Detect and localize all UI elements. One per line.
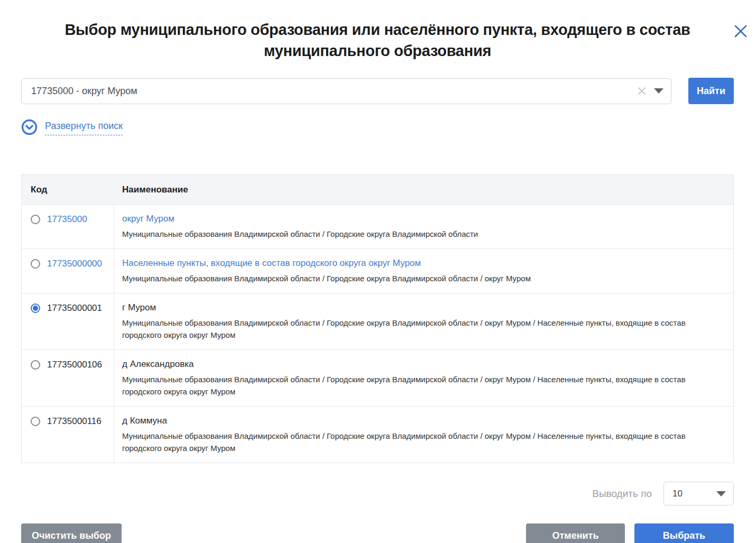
select-caret-icon (716, 491, 726, 496)
page-size-value: 10 (672, 489, 683, 499)
column-header-name: Наименование (114, 185, 188, 195)
name-cell: Населенные пункты, входящие в состав гор… (114, 249, 733, 293)
municipality-combobox[interactable] (21, 78, 671, 104)
hierarchy-path: Муниципальные образования Владимирской о… (122, 373, 686, 398)
page-size-select[interactable]: 10 (663, 482, 734, 505)
table-row: 17735000116 д Коммуна Муниципальные обра… (22, 407, 733, 463)
close-icon[interactable] (732, 22, 750, 40)
hierarchy-path: Муниципальные образования Владимирской о… (122, 228, 686, 240)
cancel-button[interactable]: Отменить (526, 523, 625, 543)
code-text: 17735000001 (47, 303, 102, 314)
dialog-footer: Очистить выбор Отменить Выбрать (21, 523, 734, 543)
name-cell: г Муром Муниципальные образования Владим… (114, 293, 733, 349)
dropdown-caret-icon[interactable] (654, 88, 663, 94)
municipality-selection-dialog: Выбор муниципального образования или нас… (0, 19, 756, 543)
code-text: 17735000116 (47, 416, 102, 427)
name-link[interactable]: округ Муром (122, 213, 686, 224)
name-link[interactable]: Населенные пункты, входящие в состав гор… (122, 257, 686, 269)
table-header: Код Наименование (22, 175, 733, 205)
code-cell: 17735000001 (22, 293, 114, 349)
chevron-down-circle-icon[interactable] (21, 119, 38, 135)
pagination-bar: Выводить по 10 (21, 482, 734, 505)
name-cell: округ Муром Муниципальные образования Вл… (114, 205, 733, 249)
name-text: д Коммуна (122, 415, 686, 426)
radio-button[interactable] (31, 259, 40, 269)
results-table: Код Наименование 17735000 округ Муром Му… (21, 174, 734, 463)
radio-button[interactable] (31, 417, 40, 426)
code-text: 17735000106 (47, 360, 102, 370)
table-row: 17735000 округ Муром Муниципальные образ… (22, 205, 733, 249)
name-cell: д Александровка Муниципальные образовани… (114, 350, 733, 406)
table-row: 17735000106 д Александровка Муниципальны… (22, 350, 733, 407)
radio-button[interactable] (31, 360, 40, 370)
code-cell: 17735000000 (22, 249, 114, 293)
search-input[interactable] (22, 79, 671, 104)
name-text: г Муром (122, 302, 686, 313)
name-text: д Александровка (122, 358, 686, 370)
code-link[interactable]: 17735000000 (47, 259, 102, 269)
code-cell: 17735000 (22, 205, 114, 249)
code-cell: 17735000106 (22, 350, 114, 406)
hierarchy-path: Муниципальные образования Владимирской о… (122, 430, 686, 454)
table-row: 17735000001 г Муром Муниципальные образо… (22, 293, 733, 350)
hierarchy-path: Муниципальные образования Владимирской о… (122, 272, 686, 284)
column-header-code: Код (22, 185, 114, 195)
page-size-label: Выводить по (592, 488, 652, 500)
code-cell: 17735000116 (22, 407, 114, 463)
hierarchy-path: Муниципальные образования Владимирской о… (122, 317, 686, 341)
radio-button-selected[interactable] (31, 303, 40, 313)
name-cell: д Коммуна Муниципальные образования Влад… (114, 407, 733, 463)
search-bar: Найти (21, 78, 734, 104)
expand-search-link[interactable]: Развернуть поиск (45, 121, 123, 135)
clear-selection-button[interactable]: Очистить выбор (21, 523, 122, 543)
expand-search-row: Развернуть поиск (21, 119, 734, 135)
radio-button[interactable] (31, 215, 40, 224)
find-button[interactable]: Найти (688, 78, 734, 104)
table-row: 17735000000 Населенные пункты, входящие … (22, 249, 733, 293)
page-title: Выбор муниципального образования или нас… (29, 19, 726, 61)
code-link[interactable]: 17735000 (47, 214, 87, 225)
clear-icon[interactable] (637, 86, 647, 96)
select-button[interactable]: Выбрать (634, 523, 734, 543)
